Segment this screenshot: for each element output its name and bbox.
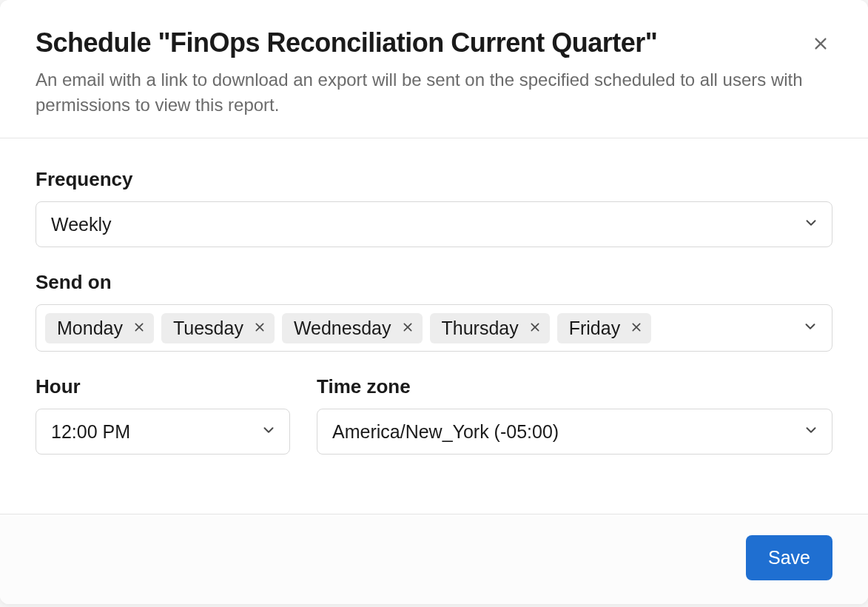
send-on-label: Send on: [36, 271, 832, 294]
modal-subtitle: An email with a link to download an expo…: [36, 67, 832, 117]
day-tag: Friday: [557, 313, 651, 343]
save-button[interactable]: Save: [746, 535, 832, 580]
tag-remove-button[interactable]: [630, 321, 642, 335]
modal-header: Schedule "FinOps Reconciliation Current …: [0, 0, 868, 138]
chevron-down-icon: [802, 318, 818, 338]
day-tag-label: Friday: [569, 318, 620, 339]
day-tag-label: Thursday: [442, 318, 519, 339]
day-tag-label: Monday: [57, 318, 123, 339]
schedule-modal: Schedule "FinOps Reconciliation Current …: [0, 0, 868, 604]
tag-remove-button[interactable]: [529, 321, 541, 335]
frequency-select[interactable]: Weekly: [36, 201, 832, 247]
hour-label: Hour: [36, 375, 290, 398]
day-tag: Tuesday: [161, 313, 275, 343]
close-icon: [529, 321, 541, 335]
timezone-group: Time zone America/New_York (-05:00): [317, 375, 832, 478]
hour-group: Hour 12:00 PM: [36, 375, 290, 455]
close-icon: [813, 36, 829, 54]
timezone-select[interactable]: America/New_York (-05:00): [317, 409, 832, 455]
modal-body: Frequency Weekly Send on Monday: [0, 138, 868, 514]
day-tag: Monday: [45, 313, 154, 343]
timezone-value: America/New_York (-05:00): [317, 409, 832, 455]
frequency-label: Frequency: [36, 168, 832, 191]
timezone-label: Time zone: [317, 375, 832, 398]
send-on-multiselect[interactable]: Monday Tuesday Wed: [36, 304, 832, 352]
tag-remove-button[interactable]: [402, 321, 414, 335]
modal-footer: Save: [0, 514, 868, 604]
close-icon: [402, 321, 414, 335]
close-icon: [630, 321, 642, 335]
close-icon: [254, 321, 266, 335]
close-button[interactable]: [809, 33, 832, 56]
send-on-group: Send on Monday Tuesday: [36, 271, 832, 352]
hour-select[interactable]: 12:00 PM: [36, 409, 290, 455]
day-tag-label: Wednesday: [294, 318, 391, 339]
day-tag: Wednesday: [282, 313, 423, 343]
frequency-group: Frequency Weekly: [36, 168, 832, 247]
tag-remove-button[interactable]: [133, 321, 145, 335]
tag-remove-button[interactable]: [254, 321, 266, 335]
close-icon: [133, 321, 145, 335]
day-tag: Thursday: [430, 313, 550, 343]
day-tag-label: Tuesday: [173, 318, 243, 339]
modal-title: Schedule "FinOps Reconciliation Current …: [36, 27, 832, 58]
frequency-value: Weekly: [36, 201, 832, 247]
hour-value: 12:00 PM: [36, 409, 290, 455]
hour-timezone-row: Hour 12:00 PM Time zone America/New_York…: [36, 375, 832, 478]
